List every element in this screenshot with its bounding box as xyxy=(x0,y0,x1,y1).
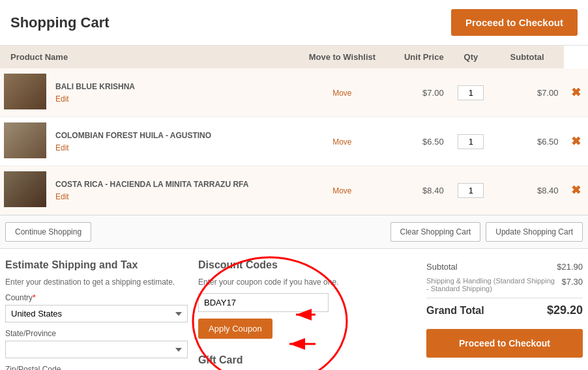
col-wishlist: Move to Wishlist xyxy=(296,46,389,68)
unit-price: $7.00 xyxy=(422,88,444,98)
product-name: COSTA RICA - HACIENDA LA MINITA TARRAZU … xyxy=(55,180,291,189)
apply-coupon-button[interactable]: Apply Coupon xyxy=(198,319,272,339)
svg-point-0 xyxy=(193,257,347,370)
country-select[interactable]: United States xyxy=(5,305,188,322)
remove-button[interactable]: ✖ xyxy=(571,183,581,197)
subtotal-price: $8.40 xyxy=(537,186,559,195)
clear-cart-button[interactable]: Clear Shopping Cart xyxy=(390,222,481,242)
remove-button[interactable]: ✖ xyxy=(571,85,581,100)
table-row: COSTA RICA - HACIENDA LA MINITA TARRAZU … xyxy=(0,166,588,215)
col-product: Product Name xyxy=(0,46,296,68)
page-title: Shopping Cart xyxy=(10,14,110,31)
product-name: BALI BLUE KRISHNA xyxy=(55,82,291,91)
move-to-wishlist-link[interactable]: Move xyxy=(332,137,351,147)
country-label: Country* xyxy=(5,293,188,302)
edit-link[interactable]: Edit xyxy=(55,143,69,152)
cart-actions: Continue Shopping Clear Shopping Cart Up… xyxy=(0,215,588,249)
table-row: COLOMBIAN FOREST HUILA - AGUSTINO Edit M… xyxy=(0,117,588,166)
col-qty: Qty xyxy=(449,46,493,68)
shipping-title: Estimate Shipping and Tax xyxy=(5,259,188,271)
move-to-wishlist-link[interactable]: Move xyxy=(332,89,351,98)
grand-total-label: Grand Total xyxy=(426,305,484,317)
zip-label: Zip/Postal Code xyxy=(5,365,188,370)
grand-total-row: Grand Total $29.20 xyxy=(426,298,583,322)
grand-total-value: $29.20 xyxy=(547,304,583,317)
discount-desc: Enter your coupon code if you have one. xyxy=(198,278,416,287)
move-to-wishlist-link[interactable]: Move xyxy=(332,186,351,195)
shipping-desc: Enter your destination to get a shipping… xyxy=(5,278,188,287)
page-header: Shopping Cart Proceed to Checkout xyxy=(0,0,588,46)
shipping-row: Shipping & Handling (Standard Shipping -… xyxy=(426,274,583,295)
checkout-top-button[interactable]: Proceed to Checkout xyxy=(451,9,578,36)
totals-section: Subtotal $21.90 Shipping & Handling (Sta… xyxy=(426,259,583,370)
coupon-input[interactable] xyxy=(198,293,329,312)
continue-shopping-button[interactable]: Continue Shopping xyxy=(5,222,91,242)
shipping-handling-label: Shipping & Handling (Standard Shipping -… xyxy=(426,277,556,292)
gift-card-title: Gift Card xyxy=(198,354,416,366)
state-select[interactable] xyxy=(5,341,188,358)
edit-link[interactable]: Edit xyxy=(55,192,69,201)
subtotal-value: $21.90 xyxy=(557,262,583,272)
discount-section: Discount Codes Enter your coupon code if… xyxy=(198,259,416,370)
cart-right-actions: Clear Shopping Cart Update Shopping Cart xyxy=(390,222,583,242)
product-image xyxy=(4,74,46,109)
discount-wrapper: Discount Codes Enter your coupon code if… xyxy=(198,259,416,339)
shipping-section: Estimate Shipping and Tax Enter your des… xyxy=(5,259,188,370)
table-row: BALI BLUE KRISHNA Edit Move $7.00 $7.00 … xyxy=(0,68,588,117)
qty-input[interactable] xyxy=(458,85,484,100)
shipping-value: $7.30 xyxy=(561,277,583,287)
subtotal-label: Subtotal xyxy=(426,262,557,272)
product-image xyxy=(4,122,46,158)
checkout-bottom-button[interactable]: Proceed to Checkout xyxy=(426,329,583,358)
col-unit-price: Unit Price xyxy=(389,46,448,68)
col-subtotal: Subtotal xyxy=(493,46,563,68)
product-image xyxy=(4,171,46,207)
remove-button[interactable]: ✖ xyxy=(571,134,581,149)
product-name: COLOMBIAN FOREST HUILA - AGUSTINO xyxy=(55,131,291,140)
cart-table: Product Name Move to Wishlist Unit Price… xyxy=(0,46,588,215)
qty-input[interactable] xyxy=(458,183,484,198)
state-label: State/Province xyxy=(5,329,188,338)
subtotal-row: Subtotal $21.90 xyxy=(426,259,583,274)
bottom-section: Estimate Shipping and Tax Enter your des… xyxy=(0,249,588,370)
discount-title: Discount Codes xyxy=(198,259,416,271)
unit-price: $6.50 xyxy=(422,137,444,147)
qty-input[interactable] xyxy=(458,134,484,149)
update-cart-button[interactable]: Update Shopping Cart xyxy=(486,222,583,242)
unit-price: $8.40 xyxy=(422,186,444,195)
subtotal-price: $6.50 xyxy=(537,137,559,147)
subtotal-price: $7.00 xyxy=(537,88,559,98)
edit-link[interactable]: Edit xyxy=(55,94,69,104)
